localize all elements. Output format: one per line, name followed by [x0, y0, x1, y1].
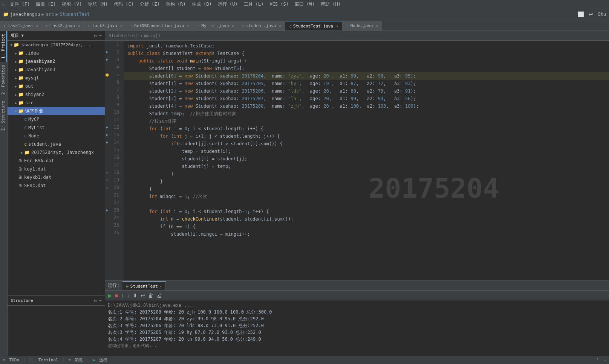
status-todo[interactable]: TODo [9, 358, 20, 362]
gutter-3: ▶3 [105, 56, 121, 63]
status-run[interactable]: 运行 [99, 357, 107, 363]
status-messages[interactable]: 消息 [75, 357, 83, 363]
minimize-icon[interactable]: ─ [99, 33, 102, 38]
menu-analyze[interactable]: 分析 (Z) [137, 0, 163, 8]
run-wrap-button[interactable]: ↩ [140, 292, 146, 299]
tab-student[interactable]: c student.java ✕ [238, 21, 285, 30]
run-scroll-down-button[interactable]: ↓ [126, 292, 130, 299]
tree-label-shiyan2: shiyan2 [25, 92, 44, 97]
maximize-button[interactable]: ⬜ [576, 11, 586, 18]
run-stop-button[interactable]: ■ [114, 292, 119, 299]
tree-item-studentjava[interactable]: c student.java [8, 140, 105, 148]
tree-item-mylist[interactable]: c MyList [8, 123, 105, 132]
tree-arrow-javashiyan2: ▶ [14, 59, 18, 64]
middle-row: 1: Project 2: Favorites Z: Structure 项目 … [0, 31, 609, 356]
gutter-10: 10 [105, 108, 121, 116]
run-pause-button[interactable]: ⏸ [132, 292, 138, 299]
menu-build[interactable]: 生成 (B) [189, 0, 215, 8]
menu-vcs[interactable]: VCS (S) [267, 0, 292, 8]
run-scroll-up-button[interactable]: ↑ [120, 292, 124, 299]
tree-item-senc[interactable]: 🗎 SEnc.dat [8, 181, 105, 190]
menu-view[interactable]: 视图 (V) [59, 0, 85, 8]
tab-getdbconnection[interactable]: c GetDBConnection.java ✕ [127, 21, 194, 30]
gutter-4: 4 [105, 63, 121, 71]
folder-kexia-icon: 📁 [18, 108, 24, 114]
tree-label-20175204: 20175204zyz, Javachengx [31, 150, 94, 155]
tab-task2[interactable]: c task2.java ✕ [42, 21, 84, 30]
run-play-button[interactable]: ▶ [107, 292, 113, 299]
vtab-structure[interactable]: Z: Structure [0, 98, 7, 134]
bottom-tab-studenttest[interactable]: ▶ StudentTest ✕ [122, 281, 166, 290]
tree-item-node[interactable]: c Node [8, 132, 105, 140]
run-clear-button[interactable]: 🗑 [147, 292, 154, 299]
vtab-project[interactable]: 1: Project [0, 31, 7, 62]
settings-icon[interactable]: ⚙ [94, 33, 97, 38]
vtab-favorites[interactable]: 2: Favorites [0, 62, 7, 97]
file-key1-icon: 🗎 [18, 166, 23, 172]
tree-arrow-out: ▶ [14, 84, 18, 88]
menu-help[interactable]: 帮助 (H) [318, 0, 344, 8]
run-output: D:\JAVA\jdk1.8\bin\java.exe ... 名次:1 学号:… [105, 300, 609, 356]
gutter-dot-5[interactable]: ● [106, 72, 109, 77]
tree-label-javashiyan2: javashiyan2 [25, 59, 55, 64]
tree-item-mysql[interactable]: ▶ 📁 mysql [8, 74, 105, 82]
tree-item-key1[interactable]: 🗎 key1.dat [8, 165, 105, 173]
gutter-arrow-2[interactable]: ▶ [106, 48, 108, 56]
tab-mylist[interactable]: c MyList.java ✕ [194, 21, 239, 30]
expand-icon[interactable]: ⋮ [595, 358, 600, 362]
structure-settings-icon[interactable]: ⚙ [94, 298, 97, 303]
gutter-arrow-13[interactable]: ▶ [106, 131, 108, 139]
tree-item-mycp[interactable]: c MyCP [8, 115, 105, 123]
menu-edit[interactable]: 编辑 (E) [33, 0, 59, 8]
code-editor[interactable]: 20175204 1 ▶2 ▶3 4 ●5 6 7 8 9 10 11 ▶12 … [105, 41, 609, 280]
gutter-arrow-3[interactable]: ▶ [106, 56, 108, 63]
menu-file[interactable]: 文件 (F) [7, 0, 33, 8]
status-terminal[interactable]: Terminal [38, 358, 58, 362]
tab-node[interactable]: c Node.java ✕ [343, 21, 382, 30]
tree-item-kexia[interactable]: ▼ 📁 课下作业 [8, 107, 105, 115]
tree-label-enc: Enc_RSA.dat [24, 158, 54, 163]
tree-label-studentjava: student.java [28, 142, 61, 147]
gutter-12: ▶12 [105, 123, 121, 131]
code-line-5: student[0] = new Student( xuehao: 201752… [124, 72, 609, 80]
tree-label-mysql: mysql [25, 75, 39, 81]
code-line-13: for (int j = i+1; j < student.length; j+… [124, 133, 609, 140]
tree-item-src[interactable]: ▶ 📁 src [8, 99, 105, 107]
code-line-11: //按sum排序 [124, 117, 609, 125]
code-content-area[interactable]: import junit.framework.TestCase; public … [124, 41, 609, 280]
file-enc-icon: 🗎 [18, 158, 23, 163]
tab-studenttest[interactable]: c StudentTest.java ✕ [285, 21, 343, 30]
tab-task3[interactable]: c task3.java ✕ [84, 21, 127, 30]
tree-item-root[interactable]: ▼ 📁 javachengxu [20175204zyz, ... [8, 41, 105, 49]
folder-mysql-icon: 📁 [18, 75, 24, 81]
menu-refactor[interactable]: 重构 (R) [163, 0, 189, 8]
status-sep2: | [62, 358, 65, 362]
collapse-icon[interactable]: ⋯ [603, 358, 606, 362]
restore-button[interactable]: ↩ [587, 11, 595, 18]
structure-minimize-icon[interactable]: ─ [99, 298, 102, 303]
gutter-arrow-12[interactable]: ▶ [106, 123, 108, 131]
tree-item-out[interactable]: ▶ 📁 out [8, 82, 105, 90]
tree-item-idea[interactable]: ▶ 📁 .idea [8, 49, 105, 57]
menu-nav[interactable]: 导航 (N) [85, 0, 111, 8]
menu-window[interactable]: 窗口 (W) [292, 0, 318, 8]
tree-item-enc[interactable]: 🗎 Enc_RSA.dat [8, 157, 105, 165]
tree-item-javashiyan2[interactable]: ▶ 📁 javashiyan2 [8, 57, 105, 65]
tree-item-keykb1[interactable]: 🗎 keykb1.dat [8, 173, 105, 181]
gutter-17: 17 [105, 161, 121, 169]
tree-label-javashiyan3: Javashiyan3 [25, 67, 55, 72]
menu-code[interactable]: 代码 (C) [111, 0, 137, 8]
gutter-arrow-23[interactable]: ▶ [106, 206, 108, 214]
code-line-1: import junit.framework.TestCase; [124, 42, 609, 50]
tree-item-20175204[interactable]: ▶ 📁 20175204zyz, Javachengx [8, 148, 105, 157]
bottom-tab-close-icon[interactable]: ✕ [159, 284, 162, 288]
tree-item-javashiyan3[interactable]: ▶ 📁 Javashiyan3 [8, 65, 105, 74]
gutter-arrow-14[interactable]: ▶ [106, 139, 108, 146]
tree-label-src: src [25, 100, 34, 105]
tree-item-shiyan2[interactable]: ▶ 📁 shiyan2 [8, 90, 105, 99]
run-print-button[interactable]: 🖨 [156, 292, 162, 299]
tree-label-node: Node [28, 133, 39, 139]
menu-run[interactable]: 运行 (U) [215, 0, 241, 8]
menu-tools[interactable]: 工具 (L) [241, 0, 267, 8]
tab-task1[interactable]: c task1.java ✕ [0, 21, 42, 30]
